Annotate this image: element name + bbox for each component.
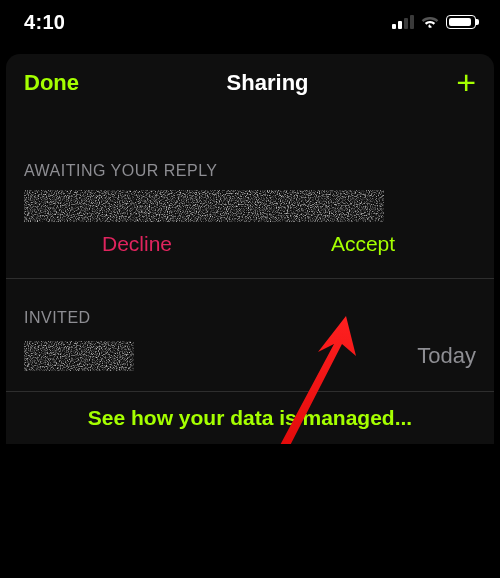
redacted-invitee [24,341,134,371]
invited-row[interactable]: Today [24,341,476,371]
section-header-invited: INVITED [24,279,476,337]
status-indicators [392,14,476,30]
done-button[interactable]: Done [24,70,79,96]
page-title: Sharing [227,70,309,96]
invited-date: Today [417,343,476,369]
redacted-name [24,190,384,222]
cell-signal-icon [392,15,414,29]
sharing-sheet: Done Sharing + AWAITING YOUR REPLY Decli… [6,54,494,444]
awaiting-section: AWAITING YOUR REPLY Decline Accept [6,112,494,260]
battery-icon [446,15,476,29]
svg-rect-1 [24,341,134,371]
add-button[interactable]: + [456,69,476,96]
accept-button[interactable]: Accept [250,228,476,260]
svg-rect-0 [24,190,384,222]
reply-actions: Decline Accept [24,228,476,260]
decline-button[interactable]: Decline [24,228,250,260]
section-header-awaiting: AWAITING YOUR REPLY [24,112,476,190]
clock-time: 4:10 [24,11,65,34]
nav-bar: Done Sharing + [6,54,494,112]
invited-section: INVITED Today [6,279,494,371]
data-management-link[interactable]: See how your data is managed... [88,406,412,429]
status-bar: 4:10 [0,0,500,44]
wifi-icon [420,14,440,30]
footer: See how your data is managed... [6,391,494,444]
